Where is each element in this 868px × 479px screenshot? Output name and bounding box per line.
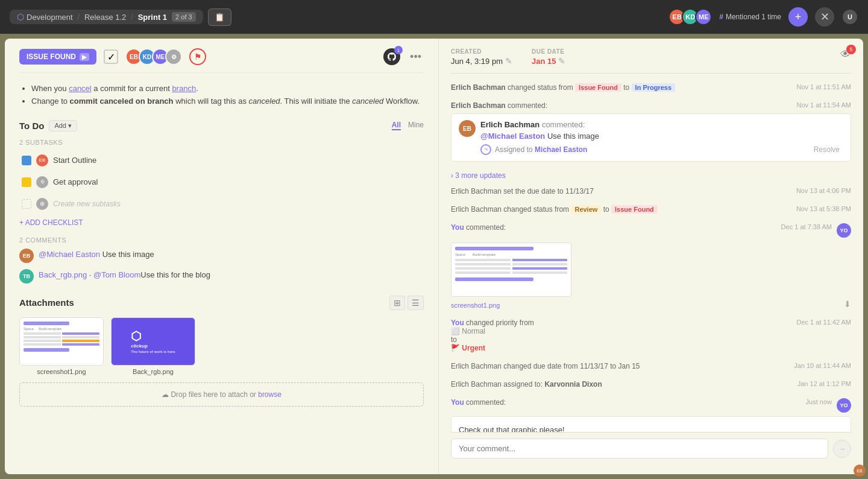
due-value: Jan 15 [532, 57, 556, 66]
add-checklist[interactable]: + ADD CHECKLIST [19, 218, 424, 227]
subtask-2[interactable]: ⚙ Get approval [19, 173, 424, 192]
watch-container: 👁 5 [840, 48, 851, 66]
send-button[interactable]: → [833, 440, 851, 458]
you-avatar-1: YO [837, 223, 851, 238]
activity-status-1: Erlich Bachman changed status from Issue… [451, 83, 851, 92]
subtask-checkbox-2[interactable] [22, 177, 31, 187]
commenter-avatar-1: EB [459, 120, 476, 137]
screenshot-name[interactable]: screenshot1.png [451, 302, 500, 309]
grid-view-button[interactable]: ⊞ [389, 296, 405, 310]
assign-icon: ↷ [480, 144, 491, 155]
subtask-text-3: Create new subtasks [53, 200, 121, 208]
attachment-name-1: screenshot1.png [19, 368, 104, 375]
todo-section: To Do Add ▾ All Mine 2 SUBTASKS EB Start… [19, 120, 424, 227]
more-updates[interactable]: › 3 more updates [451, 171, 851, 180]
resolve-button[interactable]: Resolve [810, 144, 843, 155]
attachment-1[interactable]: SpaceBuild template screenshot1.png [19, 317, 104, 375]
subtask-avatar-2: ⚙ [36, 176, 48, 188]
sprint-badge: 2 of 3 [172, 12, 196, 22]
subtask-checkbox-1[interactable] [22, 156, 31, 165]
activity-status-2: Erlich Bachman changed status from Revie… [451, 205, 851, 214]
comment-avatar-1: EB [19, 249, 34, 263]
filter-mine[interactable]: Mine [408, 121, 424, 130]
activity-comment-you: You commented: Dec 1 at 7:38 AM YO Space… [451, 223, 851, 309]
filter-all[interactable]: All [392, 121, 401, 130]
watch-badge: 5 [846, 45, 856, 54]
activity-due-change: Erlich Bachman changed due date from 11/… [451, 362, 851, 370]
breadcrumb-release[interactable]: Release 1.2 [84, 13, 126, 22]
created-meta: CREATED Jun 4, 3:19 pm ✎ [451, 48, 512, 66]
top-bar: ⬡ Development / Release 1.2 / Sprint 1 2… [0, 0, 868, 34]
close-button[interactable]: ✕ [815, 7, 834, 27]
avatar-settings[interactable]: ⚙ [165, 48, 182, 65]
created-edit-icon[interactable]: ✎ [505, 56, 512, 66]
issue-header: ISSUE FOUND ▶ ✓ EB KD ME ⚙ ⚑ 1 ••• [19, 48, 424, 73]
attachment-thumb-2: ⬡ clickup The future of work is here EB [111, 317, 195, 366]
add-button[interactable]: + [788, 7, 808, 27]
screenshot-thumb: SpaceBuild template [451, 243, 571, 297]
activity-priority: You changed priority from ⬜ Normal to 🚩 … [451, 319, 851, 352]
assignee-avatars: EB KD ME ⚙ [125, 48, 182, 65]
svg-rect-1 [24, 180, 29, 185]
comment-block-1: EB Erlich Bachman commented: @Michael Ea… [451, 113, 851, 162]
browse-link[interactable]: browse [258, 390, 281, 399]
subtask-text-1: Start Outline [53, 156, 96, 165]
subtasks-label: 2 SUBTASKS [19, 139, 424, 146]
comment-2: TB Back_rgb.png · @Tom BloomUse this for… [19, 269, 424, 284]
issue-found-button[interactable]: ISSUE FOUND ▶ [19, 49, 96, 65]
subtask-avatar-3: ⊕ [36, 198, 48, 210]
comments-section: 2 COMMENTS EB @Michael Easton Use this i… [19, 236, 424, 284]
comment-avatar-2: TB [19, 269, 34, 284]
mentioned-badge: # Mentioned 1 time [719, 13, 781, 21]
comment-text-1: @Michael Easton Use this image [39, 249, 154, 263]
list-view-button[interactable]: ☰ [407, 296, 424, 310]
attachments-title: Attachments [19, 297, 74, 308]
attachment-name-2: Back_rgb.png [111, 368, 195, 375]
attachments-section: Attachments ⊞ ☰ SpaceBuild template [19, 296, 424, 407]
comment-input[interactable] [451, 439, 828, 458]
avatar-3: ME [695, 8, 712, 25]
meta-row: CREATED Jun 4, 3:19 pm ✎ DUE DATE Jan 15… [451, 48, 851, 74]
subtask-text-2: Get approval [53, 177, 98, 186]
more-options[interactable]: ••• [407, 51, 424, 63]
due-edit-icon[interactable]: ✎ [558, 56, 565, 66]
left-panel: ISSUE FOUND ▶ ✓ EB KD ME ⚙ ⚑ 1 ••• [5, 39, 439, 474]
view-toggle: ⊞ ☰ [389, 296, 424, 310]
main-content: ISSUE FOUND ▶ ✓ EB KD ME ⚙ ⚑ 1 ••• [5, 39, 863, 474]
due-meta: DUE DATE Jan 15 ✎ [532, 48, 565, 66]
attachment-grid: SpaceBuild template screenshot1.png [19, 317, 424, 375]
clipboard-button[interactable]: 📋 [208, 8, 231, 26]
breadcrumb-nav[interactable]: ⬡ Development / Release 1.2 / Sprint 1 2… [10, 10, 203, 24]
todo-title: To Do [19, 121, 44, 131]
check-icon[interactable]: ✓ [104, 49, 118, 64]
activity-due-date: Erlich Bachman set the due date to 11/13… [451, 187, 851, 195]
you-avatar-2: YO [837, 398, 851, 413]
activity-feed: Erlich Bachman changed status from Issue… [451, 83, 851, 441]
github-icon[interactable]: 1 [383, 48, 400, 65]
user-avatar: U [841, 8, 858, 25]
breadcrumb-sprint[interactable]: Sprint 1 [138, 13, 167, 22]
priority-flag[interactable]: ⚑ [189, 48, 206, 65]
subtask-checkbox-3 [22, 199, 31, 209]
content-body: When you cancel a commit for a current b… [19, 83, 424, 108]
drop-zone: ☁ Drop files here to attach or browse [19, 382, 424, 407]
cancel-link[interactable]: cancel [69, 84, 92, 93]
attachment-thumb-1: SpaceBuild template [19, 317, 104, 366]
created-value: Jun 4, 3:19 pm [451, 57, 503, 66]
branch-link[interactable]: branch [172, 84, 196, 93]
subtask-3: ⊕ Create new subtasks [19, 194, 424, 214]
comments-label: 2 COMMENTS [19, 236, 424, 244]
right-panel: CREATED Jun 4, 3:19 pm ✎ DUE DATE Jan 15… [439, 39, 863, 474]
comment-1: EB @Michael Easton Use this image [19, 249, 424, 263]
add-subtask-button[interactable]: Add ▾ [49, 120, 77, 132]
breadcrumb-workspace[interactable]: ⬡ Development [17, 12, 73, 22]
svg-rect-0 [24, 158, 29, 163]
comment-text-2: Back_rgb.png · @Tom BloomUse this for th… [39, 269, 210, 284]
subtask-1[interactable]: EB Start Outline [19, 151, 424, 170]
attachment-2[interactable]: ⬡ clickup The future of work is here EB … [111, 317, 195, 375]
avatar-group: EB KD ME [668, 8, 712, 25]
comment-input-row: → [451, 432, 851, 465]
download-icon[interactable]: ⬇ [844, 299, 851, 309]
activity-assigned: Erlich Bachman assigned to: Karvonnia Di… [451, 380, 851, 389]
subtask-avatar-1: EB [36, 154, 48, 167]
